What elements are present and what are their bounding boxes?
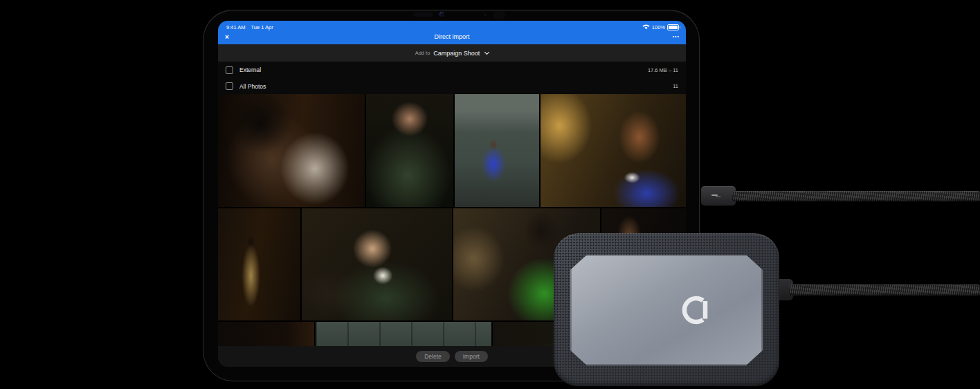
add-to-bar[interactable]: Add to Campaign Shoot — [218, 44, 686, 62]
page-title: Direct import — [218, 32, 686, 42]
usb-c-plug-tablet — [701, 186, 736, 206]
delete-button[interactable]: Delete — [416, 351, 450, 363]
external-drive — [554, 233, 779, 386]
braided-cable-tablet — [732, 191, 980, 201]
status-time-date: 9:41 AM Tue 1 Apr — [226, 24, 273, 30]
photo-thumbnail[interactable] — [218, 208, 300, 320]
drive-faceplate — [570, 255, 763, 365]
status-bar: 9:41 AM Tue 1 Apr 100% — [218, 21, 686, 32]
photo-thumbnail[interactable] — [302, 208, 452, 320]
nav-bar: × Direct import ••• — [218, 32, 686, 44]
ambient-sensor-dot — [484, 14, 487, 16]
canvas: { "screen": { "status_bar": { "time": "9… — [0, 0, 980, 389]
add-to-album-value[interactable]: Campaign Shoot — [433, 50, 480, 57]
front-camera-module — [493, 11, 506, 19]
source-row-all-photos[interactable]: All Photos 11 — [218, 78, 686, 94]
add-to-label: Add to — [415, 50, 430, 56]
photo-thumbnail[interactable] — [455, 94, 539, 207]
status-indicators: 100% — [642, 24, 679, 30]
import-button[interactable]: Import — [455, 351, 488, 363]
braided-cable-drive — [789, 284, 980, 296]
front-camera-lens-icon — [439, 12, 444, 17]
wifi-icon — [642, 24, 650, 30]
grid-row-1 — [218, 94, 686, 207]
source-label: All Photos — [239, 83, 266, 90]
plug-logo-icon — [711, 194, 718, 196]
app-header: 9:41 AM Tue 1 Apr 100% × Direct import •… — [218, 21, 686, 44]
all-photos-checkbox[interactable] — [226, 82, 233, 90]
photo-thumbnail[interactable] — [366, 94, 453, 207]
external-checkbox[interactable] — [226, 66, 233, 74]
front-camera-pill — [413, 12, 433, 17]
photo-thumbnail[interactable] — [218, 94, 365, 207]
photo-thumbnail[interactable] — [218, 322, 314, 346]
more-options-icon[interactable]: ••• — [673, 31, 680, 42]
chevron-down-icon — [484, 50, 489, 55]
photo-thumbnail[interactable] — [316, 322, 491, 346]
source-meta: 17.6 MB – 11 — [648, 67, 678, 73]
g-technology-logo — [680, 293, 713, 327]
source-meta: 11 — [673, 83, 678, 89]
status-time: 9:41 AM — [226, 24, 246, 30]
status-date: Tue 1 Apr — [251, 24, 273, 30]
photo-thumbnail[interactable] — [541, 94, 686, 207]
battery-icon — [667, 24, 679, 30]
source-row-external[interactable]: External 17.6 MB – 11 — [218, 62, 686, 78]
source-list: External 17.6 MB – 11 All Photos 11 — [218, 62, 686, 94]
source-label: External — [239, 66, 261, 73]
battery-percent: 100% — [652, 24, 665, 30]
